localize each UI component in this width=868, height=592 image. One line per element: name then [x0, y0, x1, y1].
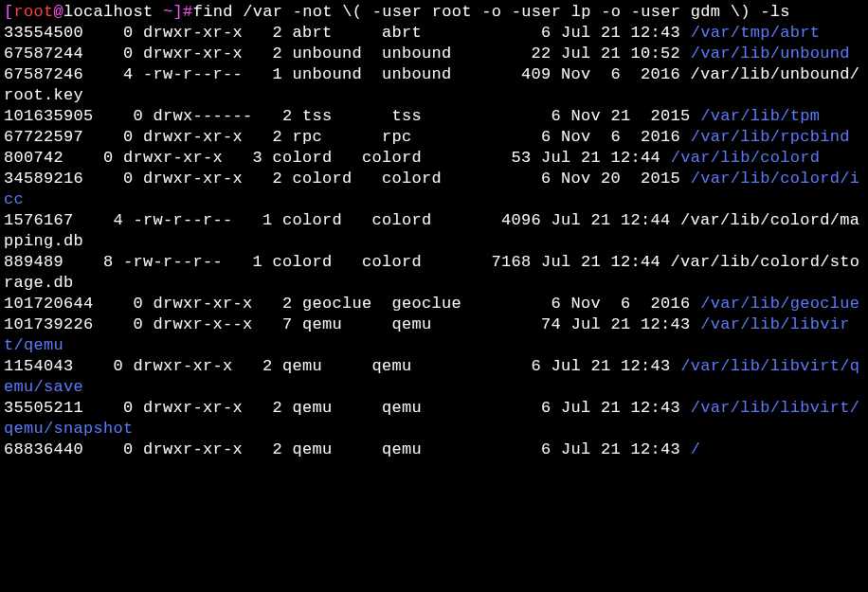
prompt-space	[154, 3, 164, 21]
prompt-at: @	[54, 3, 64, 21]
output-line: 67587244 0 drwxr-xr-x 2 unbound unbound …	[4, 45, 850, 63]
prompt-host: localhost	[63, 3, 154, 21]
prompt-path: ~	[163, 3, 173, 21]
output-line: 1576167 4 -rw-r--r-- 1 colord colord 409…	[4, 211, 859, 250]
path-segment: /var/lib/rpcbind	[691, 128, 850, 146]
output-line: 889489 8 -rw-r--r-- 1 colord colord 7168…	[4, 253, 859, 292]
path-segment: /var/tmp/abrt	[691, 24, 821, 42]
output-line: 101739226 0 drwxr-x--x 7 qemu qemu 74 Ju…	[4, 315, 850, 354]
path-segment: /	[691, 440, 701, 458]
output-line: 68836440 0 drwxr-xr-x 2 qemu qemu 6 Jul …	[4, 440, 700, 458]
output-line: 67722597 0 drwxr-xr-x 2 rpc rpc 6 Nov 6 …	[4, 128, 850, 146]
output-line: 101720644 0 drwxr-xr-x 2 geoclue geoclue…	[4, 295, 859, 313]
path-segment: /var/lib/geoclue	[700, 295, 859, 313]
prompt-close: ]	[173, 3, 184, 21]
path-segment: /var/lib/colord	[671, 149, 821, 167]
output-line: 35505211 0 drwxr-xr-x 2 qemu qemu 6 Jul …	[4, 399, 859, 438]
output-line: 1154043 0 drwxr-xr-x 2 qemu qemu 6 Jul 2…	[4, 357, 859, 396]
prompt-open: [	[4, 3, 14, 21]
terminal-window[interactable]: [root@localhost ~]#find /var -not \( -us…	[0, 0, 868, 462]
prompt-user: root	[14, 3, 54, 21]
output-line: 67587246 4 -rw-r--r-- 1 unbound unbound …	[4, 65, 859, 104]
path-segment: /var/lib/unbound	[691, 45, 850, 63]
output-line: 34589216 0 drwxr-xr-x 2 colord colord 6 …	[4, 170, 859, 208]
path-segment: /var/lib/tpm	[700, 107, 820, 125]
command-text[interactable]: find /var -not \( -user root -o -user lp…	[193, 3, 790, 21]
output-line: 101635905 0 drwx------ 2 tss tss 6 Nov 2…	[4, 107, 820, 125]
prompt-hash: #	[183, 3, 193, 21]
output-line: 800742 0 drwxr-xr-x 3 colord colord 53 J…	[4, 149, 820, 167]
output-line: 33554500 0 drwxr-xr-x 2 abrt abrt 6 Jul …	[4, 24, 820, 42]
